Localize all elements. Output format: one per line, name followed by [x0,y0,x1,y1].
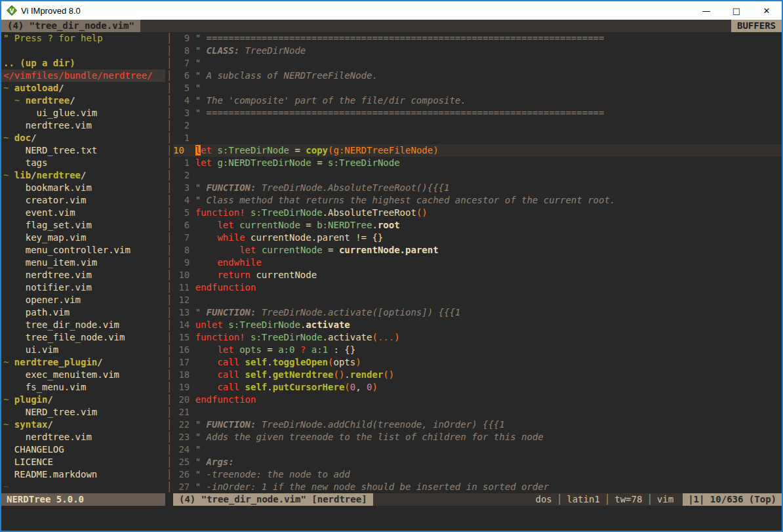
tree-item[interactable]: README.markdown [1,468,165,481]
vsplit-glyph: │ [165,406,173,419]
code-line[interactable]: 20endfunction [173,394,782,406]
code-line[interactable]: 8" CLASS: TreeDirNode [173,45,782,57]
tree-item[interactable]: tree_dir_node.vim [1,319,165,331]
title-bar: V Vi IMproved 8.0 — □ ✕ [1,1,782,20]
code-line[interactable]: 12 [173,294,782,306]
line-number: 4 [173,194,195,207]
tree-item[interactable]: .. (up a dir) [1,57,165,70]
tree-item[interactable]: ~ doc/ [1,132,165,144]
code-line[interactable]: 15function! s:TreeDirNode.activate(...) [173,331,782,344]
code-line[interactable]: 2 [173,169,782,182]
line-number: 3 [173,107,195,119]
code-line[interactable]: 7" [173,57,782,70]
tree-item[interactable]: exec_menuitem.vim [1,369,165,381]
tab-tree-dir-node[interactable]: (4) "tree_dir_node.vim" [1,20,140,32]
tree-item[interactable]: </vimfiles/bundle/nerdtree/ [1,70,165,82]
line-number: 19 [173,381,195,394]
tree-item[interactable]: tags [1,157,165,169]
code-line[interactable]: 26" -treenode: the node to add [173,468,782,481]
line-number: 27 [173,481,195,493]
code-line[interactable]: 6 let currentNode = b:NERDTree.root [173,219,782,232]
command-line [1,506,782,531]
tree-item[interactable]: creator.vim [1,194,165,207]
tree-item[interactable]: nerdtree.vim [1,431,165,443]
tree-item[interactable]: ~ nerdtree/ [1,94,165,107]
line-number: 9 [173,256,195,269]
tree-item[interactable]: event.vim [1,207,165,219]
line-number: 24 [173,443,195,456]
tree-item[interactable]: NERD_tree.txt [1,144,165,157]
tree-item[interactable]: bookmark.vim [1,182,165,194]
code-line[interactable]: 14unlet s:TreeDirNode.activate [173,319,782,331]
tree-item[interactable]: ui.vim [1,344,165,356]
code-line[interactable]: 21 [173,406,782,419]
code-line[interactable]: 27" -inOrder: 1 if the new node should b… [173,481,782,493]
code-line[interactable]: 3" FUNCTION: TreeDirNode.AbsoluteTreeRoo… [173,182,782,194]
tree-item[interactable]: flag_set.vim [1,219,165,232]
code-line[interactable]: 10 return currentNode [173,269,782,281]
statusline-separator: │ [642,494,656,504]
tree-item[interactable]: ~ syntax/ [1,419,165,431]
close-button[interactable]: ✕ [752,1,782,20]
vertical-split-handle[interactable]: │││││││││││││││││││││││││││││││││││││ [165,32,173,493]
tree-item[interactable]: menu_item.vim [1,256,165,269]
code-line[interactable]: 22" FUNCTION: TreeDirNode.addChild(treen… [173,419,782,431]
code-line[interactable]: 2 [173,119,782,132]
code-line[interactable]: 16 let opts = a:0 ? a:1 : {} [173,344,782,356]
minimize-button[interactable]: — [691,1,721,20]
code-line[interactable]: 1let g:NERDTreeDirNode = s:TreeDirNode [173,157,782,169]
code-line[interactable]: 7 while currentNode.parent != {} [173,232,782,244]
code-line[interactable]: 5function! s:TreeDirNode.AbsoluteTreeRoo… [173,207,782,219]
tree-item[interactable]: nerdtree.vim [1,269,165,281]
tree-item[interactable]: nerdtree.vim [1,119,165,132]
vsplit-glyph: │ [165,157,173,169]
tree-item[interactable]: NERD_tree.vim [1,406,165,419]
line-number: 9 [173,32,195,45]
tree-item[interactable]: ~ nerdtree_plugin/ [1,356,165,369]
code-line[interactable]: 4" Class method that returns the highest… [173,194,782,207]
vsplit-glyph: │ [165,244,173,256]
vsplit-glyph: │ [165,281,173,294]
tree-item[interactable]: menu_controller.vim [1,244,165,256]
tree-item[interactable]: notifier.vim [1,281,165,294]
code-line[interactable]: 3" =====================================… [173,107,782,119]
code-line[interactable]: 10let s:TreeDirNode = copy(g:NERDTreeFil… [173,144,782,157]
maximize-button[interactable]: □ [721,1,752,20]
code-line[interactable]: 24" [173,443,782,456]
tree-item[interactable]: key_map.vim [1,232,165,244]
statusline-nerdtree-segment: NERDTree 5.0.0 [1,493,165,506]
statusline-item: tw=78 [614,494,642,504]
vsplit-glyph: │ [165,256,173,269]
tree-item[interactable]: opener.vim [1,294,165,306]
code-line[interactable]: 18 call self.getNerdtree().render() [173,369,782,381]
code-line[interactable]: 6" A subclass of NERDTreeFileNode. [173,70,782,82]
code-line[interactable]: 17 call self.toggleOpen(opts) [173,356,782,369]
statusline-fileinfo-segment: dos│latin1│tw=78│vim [373,493,683,506]
tree-item[interactable]: ~ autoload/ [1,82,165,94]
code-line[interactable]: 23" Adds the given treenode to the list … [173,431,782,443]
tree-item[interactable]: ~ plugin/ [1,394,165,406]
tree-item[interactable]: ~ lib/nerdtree/ [1,169,165,182]
vsplit-glyph: │ [165,144,173,157]
code-line[interactable]: 9" =====================================… [173,32,782,45]
code-line[interactable]: 25" Args: [173,456,782,468]
tree-item[interactable]: ui_glue.vim [1,107,165,119]
code-line[interactable]: 5" [173,82,782,94]
code-line[interactable]: 13" FUNCTION: TreeDirNode.activate([opti… [173,306,782,319]
tree-item[interactable]: path.vim [1,306,165,319]
line-number: 11 [173,281,195,294]
tree-item[interactable]: " Press ? for help [1,32,165,45]
tree-item[interactable]: tree_file_node.vim [1,331,165,344]
vsplit-glyph: │ [165,294,173,306]
code-line[interactable]: 4" The 'composite' part of the file/dir … [173,94,782,107]
tree-item[interactable]: CHANGELOG [1,443,165,456]
code-line[interactable]: 19 call self.putCursorHere(0, 0) [173,381,782,394]
statusline-item: dos [536,494,552,504]
code-line[interactable]: 1 [173,132,782,144]
tree-item[interactable] [1,45,165,57]
code-line[interactable]: 8 let currentNode = currentNode.parent [173,244,782,256]
code-line[interactable]: 9 endwhile [173,256,782,269]
tree-item[interactable]: LICENCE [1,456,165,468]
code-line[interactable]: 11endfunction [173,281,782,294]
tree-item[interactable]: fs_menu.vim [1,381,165,394]
